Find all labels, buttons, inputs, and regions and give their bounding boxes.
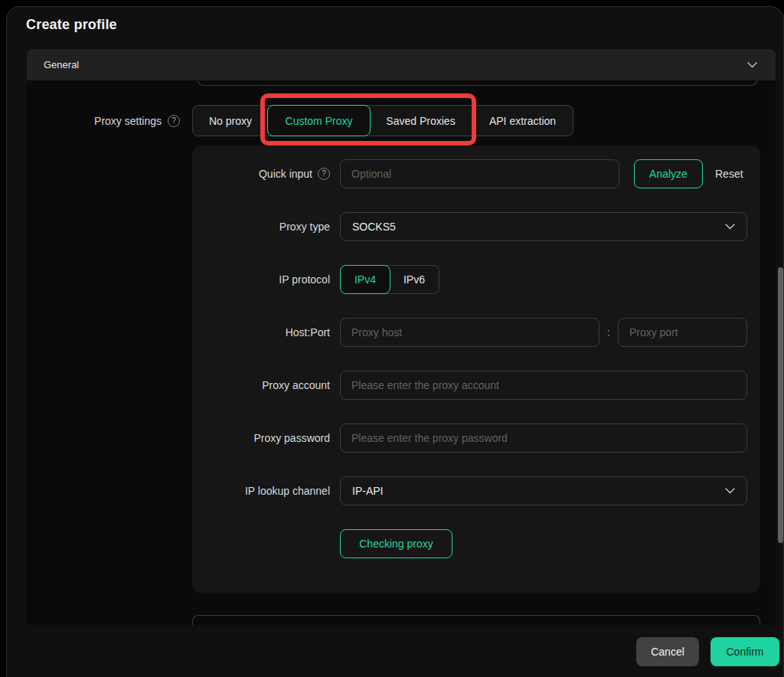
chevron-down-icon: [725, 488, 735, 494]
proxy-account-row: Proxy account: [192, 371, 747, 400]
proxy-account-label: Proxy account: [262, 379, 330, 391]
proxy-type-row: Proxy type SOCKS5: [192, 212, 747, 241]
general-section-body: Proxy settings ? No proxyCustom ProxySav…: [27, 80, 776, 625]
protocol-ipv4[interactable]: IPv4: [340, 265, 390, 294]
check-proxy-row: Checking proxy: [340, 529, 747, 558]
custom-proxy-panel: Quick input ? Analyze Reset Proxy type S…: [192, 146, 760, 593]
help-question-icon[interactable]: ?: [168, 115, 180, 127]
proxy-type-select[interactable]: SOCKS5: [340, 212, 747, 241]
tab-api-extraction[interactable]: API extraction: [472, 106, 573, 136]
ip-lookup-select[interactable]: IP-API: [340, 476, 747, 505]
proxy-settings-label-row: Proxy settings ?: [27, 106, 180, 136]
reset-button[interactable]: Reset: [715, 168, 743, 180]
scrolled-out-field-top: [192, 615, 760, 625]
proxy-type-label: Proxy type: [279, 221, 330, 233]
host-port-row: Host:Port :: [192, 318, 747, 347]
proxy-account-field[interactable]: [340, 371, 747, 400]
proxy-type-value: SOCKS5: [352, 221, 396, 233]
proxy-settings-tabs: No proxyCustom ProxySaved ProxiesAPI ext…: [192, 105, 573, 136]
proxy-password-label: Proxy password: [253, 432, 330, 444]
section-label: General: [44, 59, 747, 70]
host-port-separator: :: [607, 326, 610, 338]
chevron-down-icon: [747, 62, 757, 68]
ip-protocol-tabs: IPv4IPv6: [340, 265, 439, 294]
section-header-general[interactable]: General: [27, 49, 776, 80]
tab-saved-proxies[interactable]: Saved Proxies: [370, 106, 472, 136]
host-port-label: Host:Port: [286, 326, 330, 338]
ip-lookup-label: IP lookup channel: [245, 485, 330, 497]
cancel-button[interactable]: Cancel: [636, 637, 699, 666]
proxy-password-field[interactable]: [340, 424, 747, 453]
analyze-button[interactable]: Analyze: [634, 159, 703, 188]
vertical-scrollbar-thumb[interactable]: [778, 267, 783, 543]
ip-lookup-value: IP-API: [352, 485, 383, 497]
ip-protocol-label: IP protocol: [279, 273, 330, 286]
tab-no-proxy[interactable]: No proxy: [193, 106, 268, 136]
create-profile-dialog: Create profile General Proxy settings ? …: [6, 6, 784, 677]
proxy-port-field[interactable]: [618, 318, 747, 347]
proxy-host-field[interactable]: [340, 318, 599, 347]
page-title: Create profile: [26, 17, 117, 33]
confirm-button[interactable]: Confirm: [710, 637, 779, 666]
proxy-settings-label: Proxy settings: [94, 115, 162, 127]
checking-proxy-button[interactable]: Checking proxy: [340, 529, 452, 558]
protocol-ipv6[interactable]: IPv6: [390, 266, 439, 293]
scrolled-out-field-bottom: [198, 80, 757, 86]
quick-input-row: Quick input ? Analyze Reset: [192, 159, 747, 188]
help-question-icon[interactable]: ?: [318, 168, 330, 180]
ip-lookup-row: IP lookup channel IP-API: [192, 476, 747, 505]
proxy-password-row: Proxy password: [192, 424, 747, 453]
quick-input-label: Quick input: [259, 168, 312, 180]
chevron-down-icon: [725, 224, 735, 230]
tab-custom-proxy[interactable]: Custom Proxy: [267, 105, 371, 136]
ip-protocol-row: IP protocol IPv4IPv6: [192, 265, 747, 294]
quick-input-field[interactable]: [340, 159, 619, 188]
